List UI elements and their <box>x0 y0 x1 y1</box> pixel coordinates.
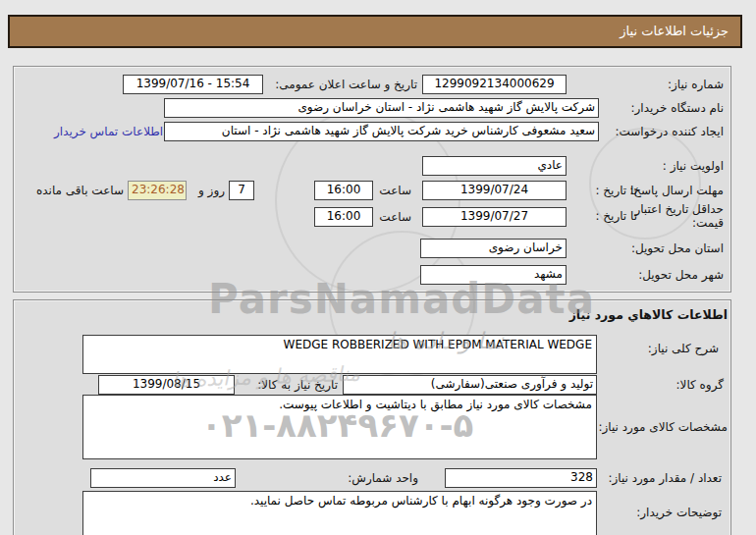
need-number-field[interactable]: 1299092134000629 <box>422 75 567 94</box>
need-date-label: تاریخ نیاز به کالا: <box>257 378 338 392</box>
announce-datetime-field[interactable]: 1399/07/16 - 15:54 <box>123 75 263 94</box>
general-desc-textarea[interactable]: WEDGE ROBBERIZED WITH EPDM MATERIAL WEDG… <box>82 335 597 374</box>
unit-label: واحد شمارش: <box>348 471 418 485</box>
quantity-label: تعداد / مقدار مورد نیاز: <box>608 471 722 485</box>
need-date-field[interactable]: 1399/08/15 <box>98 375 235 395</box>
quantity-field[interactable]: 328 <box>445 468 597 488</box>
specs-textarea[interactable]: مشخصات کالای مورد نیاز مطابق با دیتاشیت … <box>82 395 597 459</box>
request-creator-field[interactable]: سعید مشعوفی کارشناس خرید شرکت پالایش گاز… <box>164 122 599 141</box>
buyer-org-label: نام دستگاه خریدار: <box>631 101 725 115</box>
goods-section-title: اطلاعات کالاهاي مورد نیاز <box>569 307 728 322</box>
priority-label: اولویت نیاز : <box>663 159 724 173</box>
page-title-bar: جزئیات اطلاعات نیاز <box>8 15 742 48</box>
reply-deadline-date-field[interactable]: 1399/07/24 <box>422 181 567 200</box>
priority-field[interactable]: عادي <box>422 156 567 176</box>
specs-label: مشخصات کالای مورد نیاز: <box>598 420 728 434</box>
delivery-province-label: استان محل تحویل: <box>631 241 724 255</box>
general-desc-label: شرح کلی نیاز: <box>648 342 719 355</box>
need-number-label: شماره نیاز: <box>668 78 724 91</box>
buyer-notes-label: توضیحات خریدار: <box>636 506 722 519</box>
request-creator-label: ایجاد کننده درخواست: <box>615 125 724 138</box>
delivery-province-field[interactable]: خراسان رضوی <box>420 239 567 258</box>
need-details-page: { "page": { "title_bar": "جزئیات اطلاعات… <box>0 0 756 535</box>
until-date-label: تا تاریخ : <box>595 184 637 197</box>
buyer-org-field[interactable]: شرکت پالایش گاز شهید هاشمی نژاد - استان … <box>164 98 599 118</box>
delivery-city-field[interactable]: مشهد <box>420 265 567 285</box>
price-validity-time-field[interactable]: 16:00 <box>314 207 373 227</box>
buyer-contact-link[interactable]: اطلاعات تماس خریدار <box>54 125 163 138</box>
price-validity-date-field[interactable]: 1399/07/27 <box>422 207 567 227</box>
time-remaining-countdown: 23:26:28 <box>128 181 187 200</box>
goods-group-label: گروه کالا: <box>676 378 725 392</box>
reply-deadline-time-field[interactable]: 16:00 <box>314 181 373 200</box>
days-and-label: روز و <box>198 184 225 197</box>
until-date-label: تا تاریخ : <box>595 209 637 223</box>
buyer-notes-textarea[interactable]: در صورت وجود هرگونه ابهام با کارشناس مرب… <box>82 491 597 535</box>
delivery-city-label: شهر محل تحویل: <box>638 268 724 282</box>
announce-datetime-label: تاریخ و ساعت اعلان عمومی: <box>275 78 417 91</box>
goods-group-field[interactable]: تولید و فرآوری صنعتی(سفارشی) <box>343 375 597 395</box>
remaining-suffix-label: ساعت باقی مانده <box>36 184 124 197</box>
hour-label: ساعت <box>379 210 411 224</box>
days-remaining-field: 7 <box>229 181 254 200</box>
unit-field[interactable]: عدد <box>90 468 236 488</box>
reply-deadline-label: مهلت ارسال پاسخ: <box>629 184 724 197</box>
page-title: جزئیات اطلاعات نیاز <box>620 24 729 38</box>
hour-label: ساعت <box>379 184 411 197</box>
